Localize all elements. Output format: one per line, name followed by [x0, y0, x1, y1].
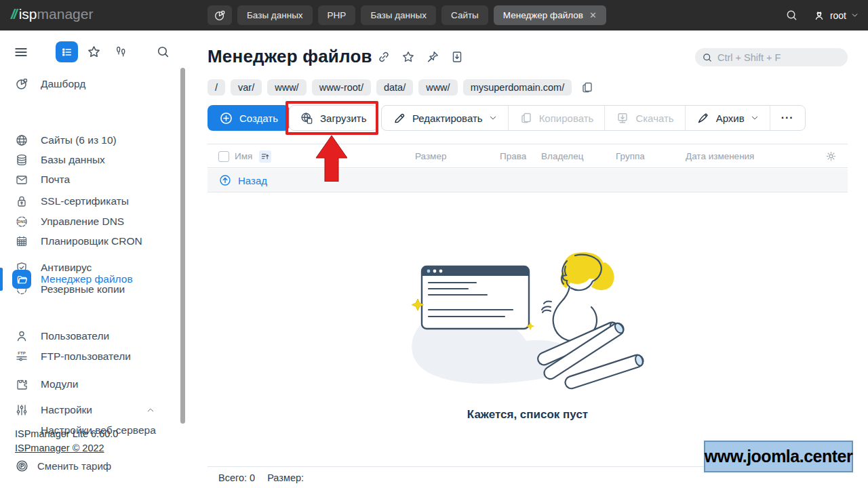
breadcrumb-var[interactable]: var/ [231, 79, 262, 96]
close-icon[interactable]: ✕ [589, 5, 597, 25]
user-menu[interactable]: root [813, 9, 859, 22]
star-icon[interactable] [401, 50, 415, 64]
sidebar-item-ssl[interactable]: SSL-сертификаты [0, 191, 180, 211]
open-tabs: Базы данных PHP Базы данных Сайты Менедж… [237, 5, 606, 25]
download-label: Скачать [635, 113, 673, 124]
pin-icon[interactable] [426, 50, 439, 64]
sidebar-item-users[interactable]: Пользователи [0, 326, 180, 346]
sidebar-item-label: Сайты (6 из 10) [41, 134, 117, 146]
dns-icon: DNS [15, 215, 28, 228]
column-permissions[interactable]: Права [500, 144, 526, 169]
download-button[interactable]: Скачать [604, 106, 684, 130]
chevron-up-icon[interactable] [146, 406, 155, 414]
breadcrumb-root[interactable]: / [208, 79, 225, 96]
sidebar-item-label: FTP-пользователи [41, 350, 131, 363]
copyright-link[interactable]: ISPmanager © 2022 [15, 443, 104, 453]
title-actions [377, 50, 464, 64]
sidebar-item-databases[interactable]: Базы данных [0, 150, 180, 170]
gear-icon[interactable] [825, 150, 837, 162]
footprints-icon[interactable] [114, 45, 128, 59]
mail-icon [15, 173, 28, 186]
total-count: Всего: 0 [218, 472, 255, 483]
menu-view-button[interactable] [56, 41, 78, 62]
export-file-icon[interactable] [450, 50, 464, 64]
sidebar-item-mail[interactable]: Почта [0, 169, 180, 190]
watermark: www.joomla.center [704, 441, 853, 472]
sidebar-item-label: Менеджер файлов [41, 273, 133, 285]
file-search[interactable] [695, 48, 848, 66]
tab-databases-2[interactable]: Базы данных [361, 5, 436, 25]
user-name: root [830, 10, 846, 21]
pie-chart-icon [214, 9, 226, 22]
tab-label: Базы данных [247, 5, 303, 25]
sidebar-item-label: Настройки [41, 404, 92, 416]
sliders-icon [15, 403, 28, 417]
create-button[interactable]: Создать [208, 105, 290, 131]
ftp-icon: FTP [15, 350, 28, 363]
sidebar-item-modules[interactable]: Модули [0, 374, 180, 394]
sidebar-item-sites[interactable]: Сайты (6 из 10) [0, 130, 180, 150]
change-tariff-label: Сменить тариф [37, 460, 111, 472]
pen-icon [696, 111, 710, 125]
logo-mark-icon: // [11, 6, 16, 22]
tab-file-manager-active[interactable]: Менеджер файлов ✕ [494, 5, 606, 25]
plus-circle-icon [219, 111, 233, 125]
empty-state-text: Кажется, список пуст [208, 408, 848, 422]
sort-icon[interactable] [259, 150, 271, 163]
archive-button[interactable]: Архив [685, 106, 770, 130]
more-actions-button[interactable]: ··· [770, 106, 805, 130]
user-icon [813, 9, 825, 22]
sidebar-item-label: Почта [41, 174, 70, 186]
tab-sites[interactable]: Сайты [441, 5, 488, 25]
sidebar-item-settings[interactable]: Настройки [0, 400, 180, 420]
link-icon[interactable] [377, 50, 391, 64]
empty-state-illustration [406, 246, 650, 401]
breadcrumb-www2[interactable]: www/ [418, 79, 457, 96]
sidebar-item-dashboard[interactable]: Дашборд [0, 74, 180, 94]
column-owner[interactable]: Владелец [541, 144, 583, 169]
search-input[interactable] [717, 52, 833, 63]
sidebar-search-icon[interactable] [156, 45, 170, 59]
chevron-down-icon [751, 114, 759, 122]
sidebar-item-file-manager[interactable]: Менеджер файлов [0, 269, 180, 289]
topbar: //ispmanager Базы данных PHP Базы данных… [0, 0, 868, 30]
search-icon[interactable] [785, 9, 798, 22]
dashboard-icon [15, 77, 28, 91]
ispmanager-logo[interactable]: //ispmanager [11, 6, 93, 22]
hamburger-menu-icon[interactable] [14, 45, 28, 60]
breadcrumb-www[interactable]: www/ [267, 79, 306, 96]
toolbar-group: Редактировать Копировать Скачать Архив ·… [381, 105, 806, 131]
favorites-star-icon[interactable] [87, 45, 101, 59]
edit-button[interactable]: Редактировать [382, 106, 508, 130]
upload-button[interactable]: Загрузить [289, 105, 378, 131]
folder-icon [12, 270, 31, 289]
sidebar-item-cron[interactable]: Планировщик CRON [0, 231, 180, 251]
coin-icon [15, 459, 29, 473]
sidebar-item-ftp-users[interactable]: FTP FTP-пользователи [0, 346, 180, 367]
search-icon [702, 52, 713, 63]
column-modified[interactable]: Дата изменения [686, 144, 754, 169]
column-group[interactable]: Группа [616, 144, 645, 169]
page-title: Менеджер файлов [208, 46, 372, 67]
breadcrumb-data[interactable]: data/ [376, 79, 413, 96]
copy-icon [519, 111, 533, 125]
table-row-back[interactable]: Назад [208, 169, 848, 192]
tab-php[interactable]: PHP [318, 5, 356, 25]
tab-databases-1[interactable]: Базы данных [237, 5, 313, 25]
upload-label: Загрузить [320, 113, 367, 124]
breadcrumb-domain[interactable]: mysuperdomain.com/ [463, 79, 572, 96]
breadcrumb-www-root[interactable]: www-root/ [312, 79, 371, 96]
select-all-checkbox[interactable] [218, 151, 229, 162]
ellipsis-icon: ··· [781, 112, 794, 124]
ispmanager-app: //ispmanager Базы данных PHP Базы данных… [0, 0, 868, 488]
sidebar-item-label: Базы данных [41, 154, 105, 166]
change-tariff-button[interactable]: Сменить тариф [15, 459, 111, 473]
column-name[interactable]: Имя [235, 144, 252, 169]
copy-button[interactable]: Копировать [508, 106, 605, 130]
sidebar-scrollbar[interactable] [180, 68, 185, 424]
calendar-icon [15, 235, 28, 248]
recent-pages-button[interactable] [208, 5, 232, 25]
column-size[interactable]: Размер [415, 144, 446, 169]
copy-path-icon[interactable] [580, 81, 594, 94]
sidebar-item-dns[interactable]: DNS Управление DNS [0, 211, 180, 232]
